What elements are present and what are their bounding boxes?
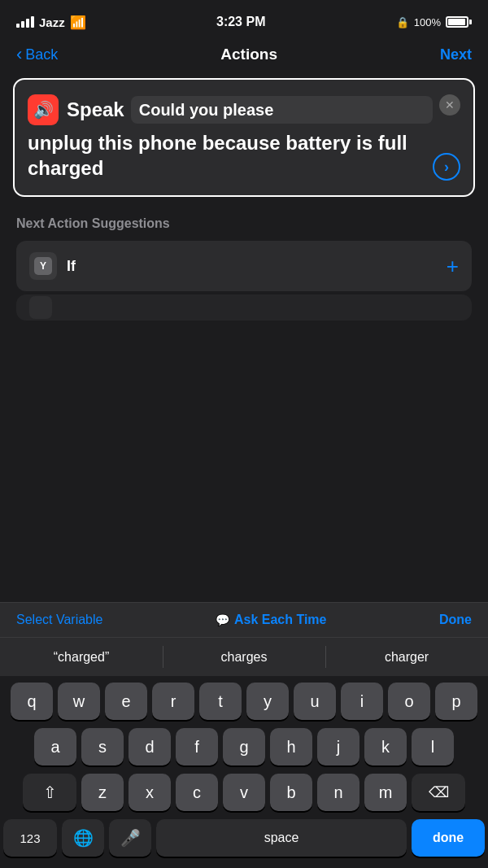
mic-key[interactable]: 🎤 [109, 819, 151, 857]
add-suggestion-button[interactable]: + [447, 254, 459, 279]
key-e[interactable]: e [105, 683, 147, 720]
status-bar: Jazz 📶 3:23 PM 🔒 100% [0, 0, 488, 41]
back-label: Back [25, 46, 58, 63]
clock: 3:23 PM [216, 15, 265, 29]
key-w[interactable]: w [58, 683, 100, 720]
autocomplete-charged-text: “charged” [54, 650, 109, 665]
key-c[interactable]: c [176, 774, 218, 811]
ask-each-time-label: Ask Each Time [234, 613, 327, 627]
key-s[interactable]: s [81, 728, 124, 765]
keyboard-row-2: a s d f g h j k l [3, 728, 485, 765]
key-l[interactable]: l [412, 728, 454, 765]
keyboard-row-1: q w e r t y u i o p [3, 683, 485, 720]
key-d[interactable]: d [129, 728, 171, 765]
suggestion-partial [16, 294, 472, 321]
battery-percent: 100% [414, 16, 441, 28]
suggestion-if-left: Y If [29, 252, 76, 280]
speech-text-continuation: unplug this phone because battery is ful… [28, 130, 425, 181]
expand-button[interactable]: › [433, 153, 460, 181]
carrier-label: Jazz [39, 15, 65, 29]
keyboard-row-4: 123 🌐 🎤 space done [3, 819, 485, 857]
suggestion-if[interactable]: Y If + [16, 241, 472, 291]
numbers-key[interactable]: 123 [3, 819, 57, 857]
speak-label: Speak [67, 98, 124, 121]
key-z[interactable]: z [81, 774, 124, 811]
key-i[interactable]: i [341, 683, 383, 720]
autocomplete-charges-text: charges [221, 650, 268, 665]
carrier-signal: Jazz 📶 [16, 15, 86, 30]
key-h[interactable]: h [270, 728, 312, 765]
signal-icon [16, 16, 34, 28]
backspace-key[interactable]: ⌫ [412, 774, 465, 811]
key-k[interactable]: k [364, 728, 407, 765]
suggestion-if-label: If [67, 258, 76, 275]
key-g[interactable]: g [223, 728, 265, 765]
back-button[interactable]: ‹ Back [16, 46, 58, 63]
autocomplete-charged[interactable]: “charged” [0, 638, 163, 676]
key-b[interactable]: b [270, 774, 312, 811]
key-j[interactable]: j [317, 728, 359, 765]
nav-bar: ‹ Back Actions Next [0, 41, 488, 73]
keyboard: q w e r t y u i o p a s d f g h j k l ⇧ … [0, 676, 488, 868]
done-key-label: done [433, 831, 464, 845]
key-y[interactable]: y [246, 683, 289, 720]
autocomplete-charger[interactable]: charger [325, 638, 488, 676]
key-t[interactable]: t [199, 683, 242, 720]
battery-area: 🔒 100% [396, 16, 472, 28]
ask-each-time-button[interactable]: 💬 Ask Each Time [216, 613, 327, 627]
autocomplete-charges[interactable]: charges [163, 638, 325, 676]
if-icon: Y [34, 257, 52, 275]
space-key[interactable]: space [156, 819, 407, 857]
space-key-label: space [264, 831, 299, 845]
key-v[interactable]: v [223, 774, 265, 811]
key-m[interactable]: m [364, 774, 407, 811]
key-n[interactable]: n [317, 774, 359, 811]
wifi-icon: 📶 [70, 15, 86, 30]
key-p[interactable]: p [435, 683, 477, 720]
autocomplete-charger-text: charger [385, 650, 429, 665]
globe-key[interactable]: 🌐 [62, 819, 104, 857]
key-r[interactable]: r [152, 683, 194, 720]
input-toolbar: Select Variable 💬 Ask Each Time Done [0, 602, 488, 637]
suggestions-title: Next Action Suggestions [16, 216, 472, 231]
key-u[interactable]: u [294, 683, 336, 720]
next-button[interactable]: Next [440, 46, 472, 63]
keyboard-row-3: ⇧ z x c v b n m ⌫ [3, 774, 485, 811]
key-o[interactable]: o [388, 683, 430, 720]
done-key[interactable]: done [412, 819, 485, 857]
speak-icon: 🔊 [33, 100, 54, 120]
partial-icon [29, 296, 52, 319]
key-a[interactable]: a [34, 728, 76, 765]
speak-text-pill[interactable]: Could you please [131, 96, 433, 124]
select-variable-button[interactable]: Select Variable [16, 613, 102, 627]
battery-icon [446, 16, 472, 28]
if-icon-wrap: Y [29, 252, 57, 280]
lock-icon: 🔒 [396, 16, 409, 28]
shift-key[interactable]: ⇧ [23, 774, 76, 811]
action-card-body: unplug this phone because battery is ful… [28, 130, 460, 181]
suggestions-section: Next Action Suggestions Y If + [0, 210, 488, 329]
key-q[interactable]: q [11, 683, 53, 720]
page-title: Actions [220, 46, 277, 63]
close-button[interactable]: ✕ [439, 94, 460, 116]
speak-icon-wrap: 🔊 [28, 94, 59, 125]
toolbar-done-button[interactable]: Done [439, 613, 472, 627]
key-f[interactable]: f [176, 728, 218, 765]
autocomplete-bar: “charged” charges charger [0, 637, 488, 676]
action-card-header: 🔊 Speak Could you please ✕ [28, 94, 460, 125]
key-x[interactable]: x [129, 774, 171, 811]
speech-text: Could you please [139, 99, 274, 120]
keyboard-area: Select Variable 💬 Ask Each Time Done “ch… [0, 602, 488, 868]
numbers-key-label: 123 [20, 831, 40, 845]
bubble-icon: 💬 [216, 613, 229, 626]
action-card: 🔊 Speak Could you please ✕ unplug this p… [13, 78, 475, 197]
chevron-left-icon: ‹ [16, 46, 22, 63]
